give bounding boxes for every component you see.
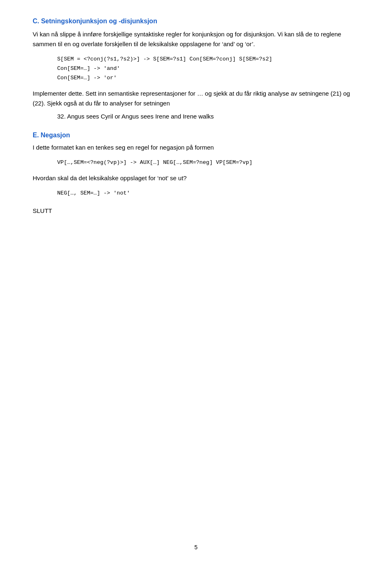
- section-c-para2: Implementer dette. Sett inn semantiske r…: [33, 89, 359, 108]
- page-number: 5: [194, 543, 198, 552]
- slutt-label: SLUTT: [33, 206, 359, 216]
- section-c-code1: S[SEM = <?conj(?s1,?s2)>] -> S[SEM=?s1] …: [57, 55, 359, 83]
- section-c: C. Setningskonjunksjon og -disjunksjon V…: [33, 16, 359, 121]
- section-c-item32: 32. Angus sees Cyril or Angus sees Irene…: [57, 112, 359, 121]
- section-e-para2: Hvordan skal da det leksikalske oppslage…: [33, 173, 359, 183]
- section-e-code2: NEG[…, SEM=…] -> 'not': [57, 189, 359, 198]
- section-e-code1: VP[…,SEM=<?neg(?vp)>] -> AUX[…] NEG[…,SE…: [57, 158, 359, 168]
- section-e-heading: E. Negasjon: [33, 130, 359, 140]
- section-e: E. Negasjon I dette formatet kan en tenk…: [33, 130, 359, 215]
- section-e-para1: I dette formatet kan en tenkes seg en re…: [33, 143, 359, 152]
- section-c-heading: C. Setningskonjunksjon og -disjunksjon: [33, 16, 359, 26]
- section-c-para1: Vi kan nå slippe å innføre forskjellige …: [33, 29, 359, 49]
